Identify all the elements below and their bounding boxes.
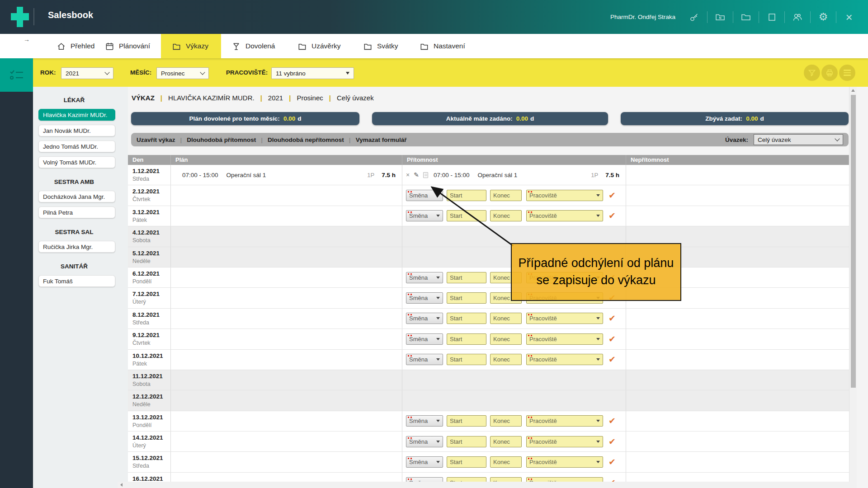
toolbar-button[interactable]: Dlouhodobá přítomnost [187, 136, 256, 143]
smena-select[interactable]: Směna [406, 272, 443, 283]
horizontal-scrollbar[interactable] [118, 482, 857, 488]
window-icon[interactable] [759, 0, 784, 34]
tab-dovolená[interactable]: Dovolená [231, 34, 275, 58]
folder-n-icon[interactable]: N [708, 0, 733, 34]
smena-select[interactable]: Směna [406, 210, 443, 221]
pracoviste-row-select[interactable]: Pracoviště [526, 456, 603, 468]
scroll-left-arrow-icon[interactable] [120, 483, 123, 487]
sidebar-item-hlavička[interactable]: Hlavička Kazimír MUDr. [38, 109, 115, 121]
note-entry-icon[interactable] [423, 172, 428, 178]
sidebar-item-jedno[interactable]: Jedno Tomáš MUDr. [38, 141, 115, 152]
gear-icon[interactable]: ⚙ [811, 0, 836, 34]
start-input[interactable]: Start [447, 436, 486, 447]
start-input[interactable]: Start [447, 415, 486, 427]
sidebar-item-volný[interactable]: Volný Tomáš MUDr. [38, 156, 115, 168]
pracoviste-row-select[interactable]: Pracoviště [526, 415, 603, 427]
confirm-check-icon[interactable]: ✔ [609, 478, 616, 482]
confirm-check-icon[interactable]: ✔ [609, 416, 616, 426]
edit-entry-icon[interactable]: ✎ [414, 172, 419, 178]
konec-input[interactable]: Konec [490, 333, 522, 345]
sidebar-item-ručička[interactable]: Ručička Jirka Mgr. [38, 241, 115, 253]
delete-entry-icon[interactable]: × [406, 172, 410, 178]
start-input[interactable]: Start [447, 190, 486, 201]
start-input[interactable]: Start [447, 333, 486, 345]
konec-input[interactable]: Konec [490, 477, 522, 482]
pracoviste-row-select[interactable]: Pracoviště [526, 333, 603, 345]
pracoviste-row-select[interactable]: Pracoviště [526, 313, 603, 324]
vertical-scrollbar[interactable] [849, 87, 857, 482]
smena-select[interactable]: Směna [406, 456, 443, 468]
konec-input[interactable]: Konec [490, 190, 522, 201]
confirm-check-icon[interactable]: ✔ [609, 354, 616, 365]
konec-input[interactable]: Konec [490, 415, 522, 427]
confirm-check-icon[interactable]: ✔ [609, 457, 616, 467]
konec-input[interactable]: Konec [490, 313, 522, 324]
confirm-check-icon[interactable]: ✔ [609, 313, 616, 324]
sidebar-item-pilná[interactable]: Pilná Petra [38, 206, 115, 218]
main-content: VÝKAZ|HLAVIČKA KAZIMÍR MUDR.|2021|Prosin… [128, 87, 849, 482]
row-day-name: Neděle [132, 258, 170, 264]
tab-uzávěrky[interactable]: Uzávěrky [297, 34, 341, 58]
start-input[interactable]: Start [447, 456, 486, 468]
start-input[interactable]: Start [447, 477, 486, 482]
nav-back-arrow-icon[interactable]: → [24, 36, 30, 43]
confirm-check-icon[interactable]: ✔ [609, 190, 616, 201]
mesic-select[interactable]: Prosinec [156, 67, 209, 79]
tab-nastavení[interactable]: Nastavení [420, 34, 465, 58]
toolbar-button[interactable]: Uzavřít výkaz [137, 136, 175, 143]
tab-svátky[interactable]: Svátky [363, 34, 398, 58]
pracoviste-select[interactable]: 11 vybráno [271, 67, 354, 79]
smena-select[interactable]: Směna [406, 333, 443, 345]
pracoviste-row-select[interactable]: Pracoviště [526, 354, 603, 365]
printer-icon[interactable] [821, 65, 838, 81]
sidebar-item-fuk[interactable]: Fuk Tomáš [38, 275, 115, 287]
start-input[interactable]: Start [447, 354, 486, 365]
smena-select[interactable]: Směna [406, 292, 443, 304]
vertical-scrollbar-thumb[interactable] [851, 95, 856, 388]
pracoviste-row-select[interactable]: Pracoviště [526, 477, 603, 482]
folder-icon[interactable] [733, 0, 759, 34]
menu-icon[interactable] [839, 65, 855, 81]
dropdown-arrow-icon [436, 297, 440, 299]
tab-přehled[interactable]: Přehled [57, 34, 94, 58]
toolbar-button[interactable]: Vymazat formulář [356, 136, 407, 143]
pracoviste-row-select[interactable]: Pracoviště [526, 436, 603, 447]
pracoviste-row-select[interactable]: Pracoviště [526, 210, 603, 221]
sidebar-item-docházková[interactable]: Docházková Jana Mgr. [38, 191, 115, 202]
konec-input[interactable]: Konec [490, 436, 522, 447]
absence-cell [626, 185, 849, 205]
dropdown-arrow-icon [596, 441, 600, 443]
pracoviste-row-select[interactable]: Pracoviště [526, 190, 603, 201]
users-icon[interactable] [785, 0, 810, 34]
start-input[interactable]: Start [447, 292, 486, 304]
uvazek-select[interactable]: Celý úvazek [754, 134, 843, 145]
confirm-check-icon[interactable]: ✔ [609, 334, 616, 344]
start-input[interactable]: Start [447, 313, 486, 324]
smena-select[interactable]: Směna [406, 436, 443, 447]
absence-cell [626, 329, 849, 349]
confirm-check-icon[interactable]: ✔ [609, 211, 616, 221]
start-input[interactable]: Start [447, 272, 486, 283]
konec-input[interactable]: Konec [490, 354, 522, 365]
entry-hours: 7.5 h [382, 172, 396, 178]
tab-plánování[interactable]: Plánování [105, 34, 150, 58]
rok-select[interactable]: 2021 [61, 67, 113, 79]
konec-input[interactable]: Konec [490, 456, 522, 468]
smena-select[interactable]: Směna [406, 313, 443, 324]
start-input[interactable]: Start [447, 210, 486, 221]
filter-icon[interactable] [804, 65, 820, 81]
sidebar-item-jan[interactable]: Jan Novák MUDr. [38, 125, 115, 136]
checklist-icon[interactable] [0, 58, 33, 92]
smena-select[interactable]: Směna [406, 354, 443, 365]
smena-select[interactable]: Směna [406, 477, 443, 482]
tab-výkazy[interactable]: Výkazy [161, 34, 221, 58]
entry-time: 07:00 - 15:00 [182, 172, 218, 178]
konec-input[interactable]: Konec [490, 210, 522, 221]
smena-select[interactable]: Směna [406, 415, 443, 427]
confirm-check-icon[interactable]: ✔ [609, 436, 616, 447]
smena-select[interactable]: Směna [406, 190, 443, 201]
close-icon[interactable]: × [836, 0, 862, 34]
toolbar-button[interactable]: Dlouhodobá nepřítomnost [268, 136, 344, 143]
scroll-up-arrow-icon[interactable] [851, 89, 855, 92]
key-icon[interactable] [682, 0, 707, 34]
